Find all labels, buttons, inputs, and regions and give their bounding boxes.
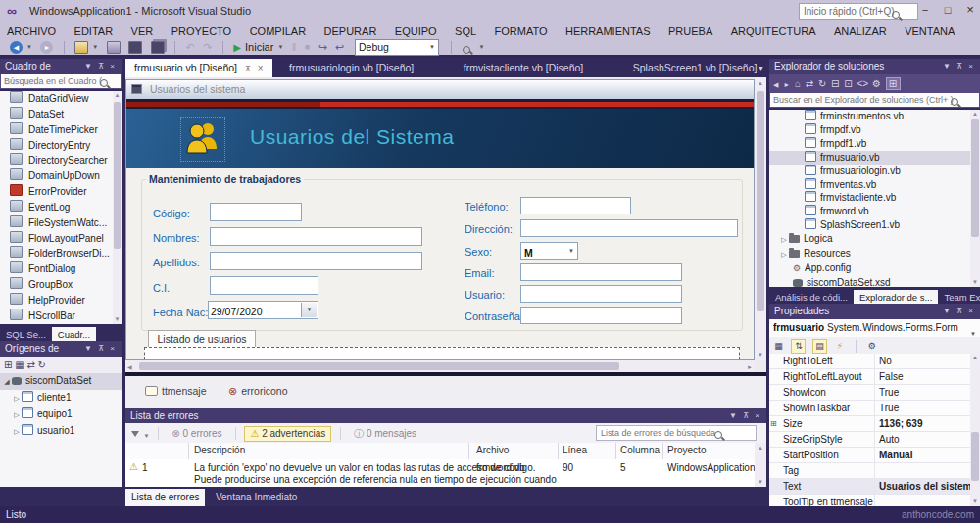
properties-icon[interactable]: ⚙	[872, 78, 882, 89]
tree-item-table[interactable]: ▷usuario1	[0, 423, 122, 440]
scroll-up-icon[interactable]: ▲	[755, 443, 766, 452]
menu-herramientas[interactable]: HERRAMIENTAS	[559, 23, 658, 40]
restore-button[interactable]: □	[938, 0, 957, 20]
search-icon[interactable]	[951, 98, 958, 106]
tree-file[interactable]: frmvistacliente.vb	[769, 191, 980, 205]
toolbox-item[interactable]: DataGridView	[0, 91, 122, 107]
datepicker-dropdown-icon[interactable]: ▼	[301, 303, 317, 317]
home-icon[interactable]: ⌂	[795, 78, 802, 89]
menu-editar[interactable]: EDITAR	[68, 23, 121, 40]
error-search-input[interactable]: Lista de errores de búsqueda	[596, 425, 757, 441]
menu-formato[interactable]: FORMATO	[488, 23, 555, 40]
scroll-down-icon[interactable]: ▼	[755, 477, 766, 487]
col-columna[interactable]: Columna	[620, 443, 660, 458]
tab-pin-icon[interactable]: ⊼	[245, 65, 251, 73]
col-archivo[interactable]: Archivo	[476, 443, 509, 458]
save-all-icon[interactable]	[151, 41, 165, 54]
events-icon[interactable]: ⚡	[833, 340, 846, 353]
navigate-back-icon[interactable]: ◀	[10, 41, 23, 54]
toolbox-item[interactable]: DateTimePicker	[0, 122, 122, 138]
toolbox-menu-icon[interactable]: ▼	[84, 62, 94, 71]
tree-folder[interactable]: ▷Logica	[769, 232, 980, 247]
collapse-all-icon[interactable]: ⊟	[831, 78, 840, 89]
input-apellidos[interactable]	[210, 252, 422, 270]
input-nombres[interactable]	[210, 227, 422, 246]
toolbox-item[interactable]: EventLog	[0, 200, 122, 215]
input-email[interactable]	[520, 263, 682, 281]
scroll-down-icon[interactable]: ▼	[113, 315, 122, 324]
menu-prueba[interactable]: PRUEBA	[662, 23, 719, 40]
col-linea[interactable]: Línea	[563, 443, 587, 458]
scroll-right-icon[interactable]: ►	[747, 363, 753, 372]
properties-view-icon[interactable]: ▤	[812, 339, 827, 354]
properties-close-icon[interactable]: ×	[968, 307, 975, 315]
toolbox-scrollbar[interactable]: ▲ ▼	[113, 91, 122, 324]
error-row[interactable]: ⚠ 1 La función 'expo' no devuelve un val…	[125, 459, 755, 487]
input-usuario[interactable]	[520, 285, 682, 303]
filter-warnings-button[interactable]: ⚠ 2 advertencias	[244, 426, 331, 442]
expander-icon[interactable]: ▷	[12, 424, 22, 440]
input-direccion[interactable]	[520, 219, 738, 237]
switch-views-icon[interactable]: ⇄	[806, 78, 814, 89]
properties-pin-icon[interactable]: ⊼	[956, 307, 964, 315]
expander-icon[interactable]: ▷	[12, 391, 22, 406]
toolbox-search-input[interactable]: Búsqueda en el Cuadro (	[0, 74, 122, 89]
expander-icon[interactable]: ◢	[2, 374, 12, 390]
find-icon[interactable]	[463, 46, 470, 54]
toolbox-item[interactable]: HScrollBar	[0, 309, 122, 324]
toolbox-item[interactable]: FlowLayoutPanel	[0, 231, 122, 247]
errorlist-close-icon[interactable]: ×	[755, 411, 761, 420]
navigate-forward-icon[interactable]: ►	[40, 41, 53, 54]
expander-icon[interactable]: ▷	[779, 248, 789, 262]
solution-close-icon[interactable]: ×	[968, 62, 975, 71]
toolbox-item[interactable]: DirectorySearcher	[0, 153, 122, 168]
toolbox-item[interactable]: FontDialog	[0, 262, 122, 277]
errorlist-pin-icon[interactable]: ⊼	[743, 411, 751, 420]
toolbox-item[interactable]: HelpProvider	[0, 293, 122, 309]
scroll-up-icon[interactable]: ▲	[970, 110, 980, 119]
menu-equipo[interactable]: EQUIPO	[388, 23, 444, 40]
datasources-pin-icon[interactable]: ⊼	[98, 344, 106, 353]
back-dropdown-icon[interactable]: ▼	[26, 39, 32, 56]
open-file-icon[interactable]	[107, 41, 121, 54]
undo-icon[interactable]: ↶	[186, 39, 195, 56]
tab-overflow-icon[interactable]: ▼	[758, 65, 764, 71]
scroll-up-icon[interactable]: ▲	[970, 354, 980, 362]
search-icon[interactable]	[714, 431, 722, 439]
tab-ventana-inmediato[interactable]: Ventana Inmediato	[210, 489, 303, 506]
toolbar-overflow-icon[interactable]: ▼	[478, 39, 484, 56]
start-debug-icon[interactable]: ▶	[233, 39, 241, 56]
properties-menu-icon[interactable]: ▼	[943, 307, 953, 315]
expand-size-icon[interactable]: ⊞	[770, 416, 777, 431]
scroll-up-icon[interactable]: ▲	[755, 77, 766, 89]
errorlist-menu-icon[interactable]: ▼	[729, 411, 739, 420]
tree-file[interactable]: SplashScreen1.vb	[769, 218, 980, 232]
tree-file[interactable]: frmusuariologin.vb	[769, 165, 980, 178]
configure-datasource-icon[interactable]: ⇄	[26, 359, 34, 370]
tree-file-config[interactable]: ⚙App.config	[769, 262, 980, 276]
tab-splashscreen[interactable]: SplashScreen1.vb [Diseño]	[624, 59, 766, 77]
menu-arquitectura[interactable]: ARQUITECTURA	[724, 23, 823, 40]
tab-listado-usuarios[interactable]: Listado de usuarios	[148, 330, 256, 348]
col-proyecto[interactable]: Proyecto	[667, 443, 706, 458]
tab-lista-errores[interactable]: Lista de errores	[125, 489, 205, 506]
refresh-icon[interactable]: ↻	[818, 78, 827, 89]
tree-item-dataset[interactable]: ◢siscomDataSet	[0, 373, 122, 390]
solution-pin-icon[interactable]: ⊼	[956, 62, 964, 71]
search-icon[interactable]	[892, 11, 900, 19]
filter-errors-button[interactable]: ⊗ 0 errores	[167, 427, 226, 441]
datasources-menu-icon[interactable]: ▼	[84, 344, 94, 353]
config-dropdown-icon[interactable]: ▼	[429, 40, 435, 55]
tab-frmvistacliente[interactable]: frmvistacliente.vb [Diseño]	[455, 59, 593, 77]
input-codigo[interactable]	[210, 203, 302, 221]
tray-item-ttmensaje[interactable]: ttmensaje	[145, 385, 207, 397]
solution-config-combo[interactable]: Debug ▼	[355, 39, 439, 56]
save-icon[interactable]	[128, 41, 142, 54]
solution-menu-icon[interactable]: ▼	[943, 62, 953, 71]
scroll-down-icon[interactable]: ▼	[970, 498, 980, 506]
step-over-icon[interactable]: ↪	[335, 39, 344, 56]
designed-form[interactable]: Usuarios del sistema	[125, 79, 755, 360]
toolbox-item[interactable]: DomainUpDown	[0, 168, 122, 184]
expander-icon[interactable]: ▷	[779, 233, 789, 247]
tree-file[interactable]: frmventas.vb	[769, 178, 980, 192]
